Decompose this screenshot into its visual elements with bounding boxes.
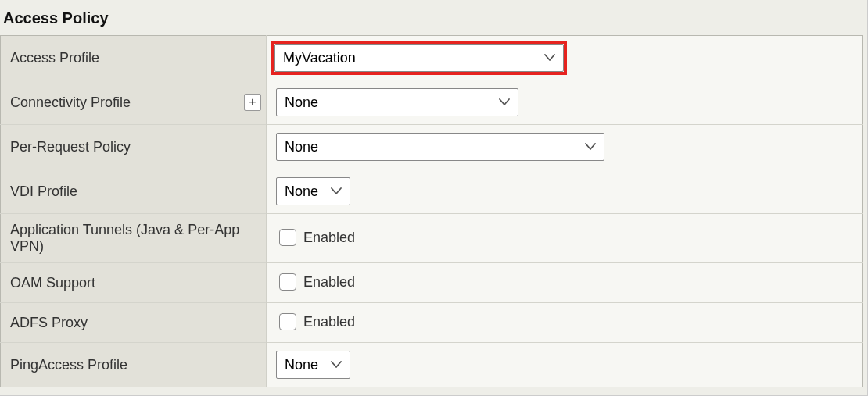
label-access-profile: Access Profile <box>10 50 99 66</box>
per-request-policy-select[interactable]: None <box>276 133 604 161</box>
access-policy-form-table: Access Profile MyVacation Connectivity P… <box>0 35 863 387</box>
label-adfs-proxy: ADFS Proxy <box>10 315 88 330</box>
connectivity-profile-select[interactable]: None <box>276 88 518 116</box>
row-app-tunnels: Application Tunnels (Java & Per-App VPN)… <box>1 214 863 263</box>
oam-support-checkbox-label[interactable]: Enabled <box>276 271 355 293</box>
highlight-access-profile: MyVacation <box>271 41 567 75</box>
row-vdi-profile: VDI Profile None <box>1 169 863 214</box>
access-profile-select[interactable]: MyVacation <box>274 44 564 72</box>
row-per-request-policy: Per-Request Policy None <box>1 125 863 169</box>
pingaccess-profile-select[interactable]: None <box>276 351 350 379</box>
app-tunnels-checkbox[interactable] <box>279 229 296 246</box>
label-vdi-profile: VDI Profile <box>10 184 77 199</box>
label-oam-support: OAM Support <box>10 275 95 291</box>
label-per-request-policy: Per-Request Policy <box>10 139 131 155</box>
row-adfs-proxy: ADFS Proxy Enabled <box>1 303 863 343</box>
row-access-profile: Access Profile MyVacation <box>1 36 863 80</box>
adfs-proxy-checkbox[interactable] <box>279 313 296 330</box>
access-policy-panel: Access Policy Access Profile MyVacation … <box>0 0 868 396</box>
label-pingaccess-profile: PingAccess Profile <box>10 357 127 373</box>
oam-support-enabled-text: Enabled <box>303 274 355 291</box>
add-connectivity-profile-button[interactable]: + <box>244 94 261 111</box>
oam-support-checkbox[interactable] <box>279 273 296 291</box>
app-tunnels-checkbox-label[interactable]: Enabled <box>276 227 355 248</box>
row-connectivity-profile: Connectivity Profile + None <box>1 80 863 125</box>
vdi-profile-select[interactable]: None <box>276 177 350 205</box>
adfs-proxy-enabled-text: Enabled <box>303 314 355 330</box>
adfs-proxy-checkbox-label[interactable]: Enabled <box>276 311 355 333</box>
row-oam-support: OAM Support Enabled <box>1 263 863 303</box>
label-connectivity-profile: Connectivity Profile <box>10 95 131 110</box>
app-tunnels-enabled-text: Enabled <box>303 230 355 246</box>
section-title: Access Policy <box>0 5 863 35</box>
row-pingaccess-profile: PingAccess Profile None <box>1 343 863 387</box>
label-app-tunnels: Application Tunnels (Java & Per-App VPN) <box>10 222 239 254</box>
